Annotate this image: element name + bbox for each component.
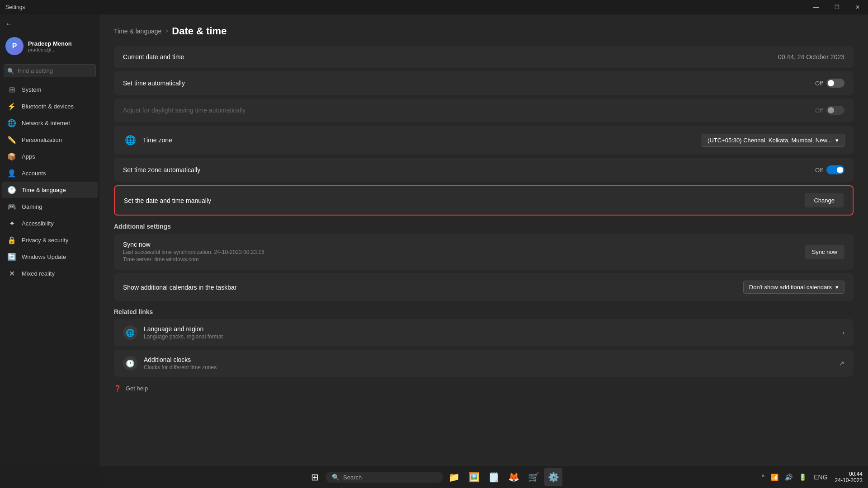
sidebar-item-system[interactable]: ⊞ System: [2, 81, 98, 98]
daylight-saving-toggle-container: Off: [815, 106, 844, 115]
daylight-saving-card: Adjust for daylight saving time automati…: [114, 99, 854, 122]
avatar: P: [5, 37, 24, 55]
get-help-link[interactable]: ❓ Get help: [114, 380, 854, 396]
tray-chevron-icon[interactable]: ^: [760, 473, 767, 482]
taskbar-search-label: Search: [343, 474, 362, 481]
current-datetime-value: 00:44, 24 October 2023: [778, 53, 844, 61]
sidebar-item-label-time-language: Time & language: [22, 187, 66, 193]
gaming-icon: 🎮: [7, 202, 16, 211]
language-indicator[interactable]: ENG: [812, 473, 829, 482]
start-button[interactable]: ⊞: [306, 468, 324, 486]
page-title: Date & time: [172, 25, 226, 37]
bluetooth-icon: ⚡: [7, 102, 16, 111]
sync-server: Time server: time.windows.com: [123, 256, 264, 263]
search-box[interactable]: 🔍: [4, 64, 96, 77]
user-email: pradeep@...: [28, 47, 72, 52]
sidebar-item-accounts[interactable]: 👤 Accounts: [2, 165, 98, 181]
back-button[interactable]: ←: [2, 18, 16, 30]
tray-area: ^ 📶 🔊 🔋: [760, 473, 809, 482]
sync-title: Sync now: [123, 241, 264, 248]
sidebar-item-apps[interactable]: 📦 Apps: [2, 148, 98, 164]
calendar-chevron-icon: ▾: [835, 284, 839, 291]
current-datetime-card: Current date and time 00:44, 24 October …: [114, 46, 854, 68]
set-timezone-auto-toggle-container: Off: [815, 165, 844, 174]
sidebar-item-bluetooth[interactable]: ⚡ Bluetooth & devices: [2, 98, 98, 114]
tray-wifi-icon[interactable]: 📶: [769, 473, 780, 482]
taskbar-app-store[interactable]: 🛒: [524, 468, 542, 486]
get-help-label: Get help: [126, 385, 148, 392]
nav-list: ⊞ System ⚡ Bluetooth & devices 🌐 Network…: [0, 81, 99, 282]
clock-date: 24-10-2023: [835, 477, 863, 483]
taskbar-app-notepad[interactable]: 🗒️: [485, 468, 503, 486]
time-language-icon: 🕐: [7, 185, 16, 194]
taskbar-app-settings[interactable]: ⚙️: [544, 468, 562, 486]
daylight-saving-label: Adjust for daylight saving time automati…: [123, 107, 246, 114]
taskbar: ⊞ 🔍 Search 📁 🖼️ 🗒️ 🦊 🛒 ⚙️ ^ 📶 🔊 🔋 ENG 00…: [0, 466, 868, 488]
sidebar-item-label-system: System: [22, 86, 41, 93]
calendar-dropdown[interactable]: Don't show additional calendars ▾: [743, 281, 844, 294]
taskbar-app-photos[interactable]: 🖼️: [465, 468, 483, 486]
user-info: Pradeep Menon pradeep@...: [28, 40, 72, 52]
sidebar-item-gaming[interactable]: 🎮 Gaming: [2, 198, 98, 215]
additional-clocks-link[interactable]: 🕐 Additional clocks Clocks for different…: [114, 350, 854, 377]
set-time-auto-toggle-container: Off: [815, 79, 844, 88]
tray-volume-icon[interactable]: 🔊: [783, 473, 794, 482]
minimize-button[interactable]: —: [806, 0, 826, 14]
titlebar-title: Settings: [5, 4, 25, 10]
sidebar-item-privacy[interactable]: 🔒 Privacy & security: [2, 232, 98, 248]
set-time-auto-state: Off: [815, 80, 823, 87]
sidebar-item-windows-update[interactable]: 🔄 Windows Update: [2, 249, 98, 265]
taskbar-app-edge[interactable]: 🦊: [505, 468, 523, 486]
daylight-saving-state: Off: [815, 107, 823, 114]
taskbar-search-icon: 🔍: [332, 474, 340, 481]
clock-area[interactable]: 00:44 24-10-2023: [833, 471, 864, 483]
sidebar-item-network[interactable]: 🌐 Network & internet: [2, 115, 98, 131]
current-datetime-label: Current date and time: [123, 53, 184, 61]
accounts-icon: 👤: [7, 169, 16, 178]
windows-update-icon: 🔄: [7, 252, 16, 261]
related-links-title: Related links: [114, 308, 854, 315]
user-profile[interactable]: P Pradeep Menon pradeep@...: [0, 30, 99, 62]
set-time-auto-toggle[interactable]: [826, 79, 844, 88]
language-region-link[interactable]: 🌐 Language and region Language packs, re…: [114, 319, 854, 346]
taskbar-search[interactable]: 🔍 Search: [326, 472, 443, 483]
sidebar-item-label-apps: Apps: [22, 153, 35, 160]
timezone-chevron-icon: ▾: [835, 137, 839, 144]
calendar-card: Show additional calendars in the taskbar…: [114, 273, 854, 301]
search-input[interactable]: [4, 64, 96, 77]
sidebar-item-accessibility[interactable]: ✦ Accessibility: [2, 215, 98, 231]
sidebar-item-mixed-reality[interactable]: ✕ Mixed reality: [2, 265, 98, 282]
sidebar-item-time-language[interactable]: 🕐 Time & language: [2, 182, 98, 198]
language-region-sub: Language packs, regional format: [144, 333, 223, 340]
timezone-label: Time zone: [143, 136, 172, 144]
sidebar-item-personalization[interactable]: ✏️ Personalization: [2, 131, 98, 148]
maximize-button[interactable]: ❐: [826, 0, 847, 14]
taskbar-app-files[interactable]: 📁: [445, 468, 463, 486]
timezone-dropdown[interactable]: (UTC+05:30) Chennai, Kolkata, Mumbai, Ne…: [702, 134, 844, 147]
set-timezone-auto-toggle[interactable]: [826, 165, 844, 174]
close-button[interactable]: ✕: [847, 0, 868, 14]
daylight-saving-toggle[interactable]: [826, 106, 844, 115]
toggle-thumb: [828, 80, 834, 86]
system-icon: ⊞: [7, 85, 16, 94]
sidebar-item-label-mixed-reality: Mixed reality: [22, 270, 55, 277]
sync-last: Last successful time synchronization: 24…: [123, 249, 264, 255]
language-region-left: 🌐 Language and region Language packs, re…: [123, 325, 223, 340]
timezone-icon: 🌐: [123, 133, 137, 147]
tray-battery-icon[interactable]: 🔋: [797, 473, 808, 482]
breadcrumb-parent[interactable]: Time & language: [114, 28, 161, 35]
sync-info: Sync now Last successful time synchroniz…: [123, 241, 264, 263]
sidebar-item-label-gaming: Gaming: [22, 203, 42, 210]
taskbar-center: ⊞ 🔍 Search 📁 🖼️ 🗒️ 🦊 🛒 ⚙️: [306, 468, 562, 486]
sync-now-button[interactable]: Sync now: [805, 245, 844, 259]
timezone-value: (UTC+05:30) Chennai, Kolkata, Mumbai, Ne…: [708, 137, 832, 144]
sidebar-item-label-bluetooth: Bluetooth & devices: [22, 103, 74, 110]
set-time-auto-label: Set time automatically: [123, 80, 185, 87]
personalization-icon: ✏️: [7, 135, 16, 144]
additional-clocks-icon: 🕐: [123, 356, 137, 371]
main-content: Time & language > Date & time Current da…: [99, 14, 868, 488]
sidebar: ← P Pradeep Menon pradeep@... 🔍 ⊞ System…: [0, 14, 99, 488]
apps-icon: 📦: [7, 152, 16, 161]
change-button[interactable]: Change: [805, 193, 844, 207]
sidebar-item-label-windows-update: Windows Update: [22, 253, 66, 260]
